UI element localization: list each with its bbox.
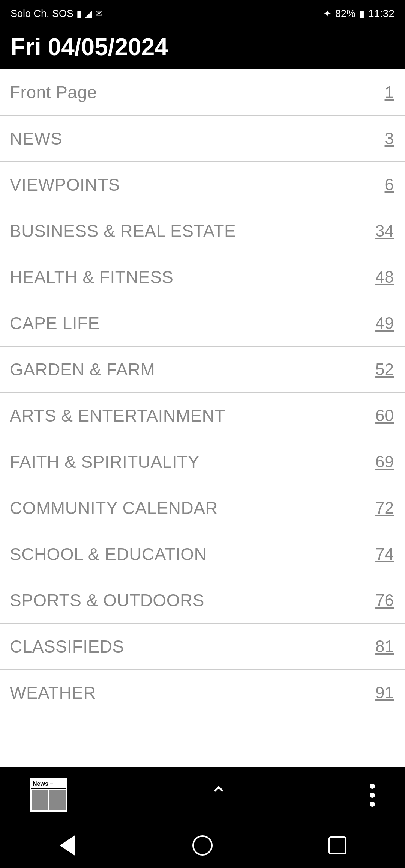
toc-item-label: Front Page	[10, 82, 97, 102]
toc-item-page: 1	[371, 83, 394, 102]
news-logo-text: News	[33, 781, 48, 787]
news-logo-cell-1	[32, 790, 48, 800]
news-logo-lines: ☰	[50, 781, 54, 787]
toc-item[interactable]: HEALTH & FITNESS48	[0, 254, 405, 300]
vertical-dots-icon	[370, 784, 375, 807]
toc-item-page: 48	[371, 268, 394, 286]
toc-item-label: GARDEN & FARM	[10, 359, 155, 380]
time-text: 11:32	[368, 8, 394, 20]
status-bar: Solo Ch. SOS ▮ ◢ ✉ ✦ 82% ▮ 11:32	[0, 0, 405, 26]
toc-item-label: COMMUNITY CALENDAR	[10, 498, 218, 518]
toc-list: Front Page1NEWS3VIEWPOINTS6BUSINESS & RE…	[0, 69, 405, 767]
back-icon	[60, 835, 75, 856]
toc-item[interactable]: SPORTS & OUTDOORS76	[0, 577, 405, 624]
toc-item-page: 52	[371, 360, 394, 379]
status-left: Solo Ch. SOS ▮ ◢ ✉	[10, 8, 103, 20]
dot-3	[370, 802, 375, 807]
bluetooth-icon: ✦	[323, 8, 332, 20]
toc-item[interactable]: CLASSIFIEDS81	[0, 624, 405, 670]
toc-item-page: 74	[371, 545, 394, 564]
navigation-bar	[0, 823, 405, 868]
toc-item-page: 34	[371, 222, 394, 240]
toc-item-label: WEATHER	[10, 683, 96, 703]
news-logo-top: News ☰	[31, 779, 66, 789]
news-logo-cell-2	[49, 790, 66, 800]
news-logo-button[interactable]: News ☰	[30, 778, 68, 812]
toc-item-page: 72	[371, 499, 394, 517]
toc-item-page: 69	[371, 452, 394, 471]
toc-item-page: 49	[371, 314, 394, 333]
toc-item-page: 60	[371, 406, 394, 425]
toc-item-label: BUSINESS & REAL ESTATE	[10, 221, 236, 241]
home-button[interactable]	[184, 830, 221, 860]
news-logo-cell-3	[32, 800, 48, 810]
toc-item-label: VIEWPOINTS	[10, 175, 120, 195]
toc-item[interactable]: WEATHER91	[0, 670, 405, 716]
toc-item-label: ARTS & ENTERTAINMENT	[10, 405, 225, 426]
main-content: Front Page1NEWS3VIEWPOINTS6BUSINESS & RE…	[0, 69, 405, 767]
toc-item-label: NEWS	[10, 128, 62, 149]
dot-1	[370, 784, 375, 789]
toc-item[interactable]: CAPE LIFE49	[0, 300, 405, 347]
back-button[interactable]	[49, 830, 86, 860]
toc-item-label: CLASSIFIEDS	[10, 636, 124, 657]
battery-icon: ▮	[359, 8, 364, 20]
more-options-button[interactable]	[370, 784, 375, 807]
toc-item[interactable]: FAITH & SPIRITUALITY69	[0, 439, 405, 485]
toc-item[interactable]: SCHOOL & EDUCATION74	[0, 531, 405, 577]
home-icon	[192, 835, 213, 856]
toc-item[interactable]: Front Page1	[0, 69, 405, 116]
recents-button[interactable]	[319, 830, 356, 860]
toc-item-label: SCHOOL & EDUCATION	[10, 544, 207, 564]
toc-item-page: 81	[371, 637, 394, 656]
toc-item-label: CAPE LIFE	[10, 313, 100, 333]
recents-icon	[328, 836, 346, 854]
toc-item-page: 6	[371, 175, 394, 194]
scroll-up-button[interactable]: ⌃	[209, 784, 228, 806]
toc-item-label: SPORTS & OUTDOORS	[10, 590, 204, 610]
status-right: ✦ 82% ▮ 11:32	[323, 8, 394, 20]
toc-item-page: 91	[371, 683, 394, 702]
toc-item-label: FAITH & SPIRITUALITY	[10, 452, 200, 472]
toc-item[interactable]: COMMUNITY CALENDAR72	[0, 485, 405, 531]
battery-text: 82%	[335, 8, 356, 20]
toc-item-label: HEALTH & FITNESS	[10, 267, 174, 287]
toc-item[interactable]: BUSINESS & REAL ESTATE34	[0, 208, 405, 254]
wifi-icon: ◢	[85, 8, 92, 20]
news-logo-grid	[31, 789, 66, 811]
chevron-up-icon: ⌃	[209, 784, 228, 806]
toc-item[interactable]: NEWS3	[0, 116, 405, 162]
date-text: Fri 04/05/2024	[10, 33, 168, 60]
toc-item-page: 76	[371, 591, 394, 610]
carrier-text: Solo Ch. SOS	[10, 8, 74, 20]
sim-icon: ▮	[76, 8, 82, 20]
date-header: Fri 04/05/2024	[0, 26, 405, 69]
news-logo-cell-4	[49, 800, 66, 810]
app-bar: News ☰ ⌃	[0, 767, 405, 823]
toc-item[interactable]: ARTS & ENTERTAINMENT60	[0, 393, 405, 439]
toc-item[interactable]: GARDEN & FARM52	[0, 347, 405, 393]
dot-2	[370, 793, 375, 798]
news-logo-icon: News ☰	[30, 778, 68, 812]
toc-item[interactable]: VIEWPOINTS6	[0, 162, 405, 208]
toc-item-page: 3	[371, 129, 394, 148]
mail-icon: ✉	[95, 8, 103, 19]
